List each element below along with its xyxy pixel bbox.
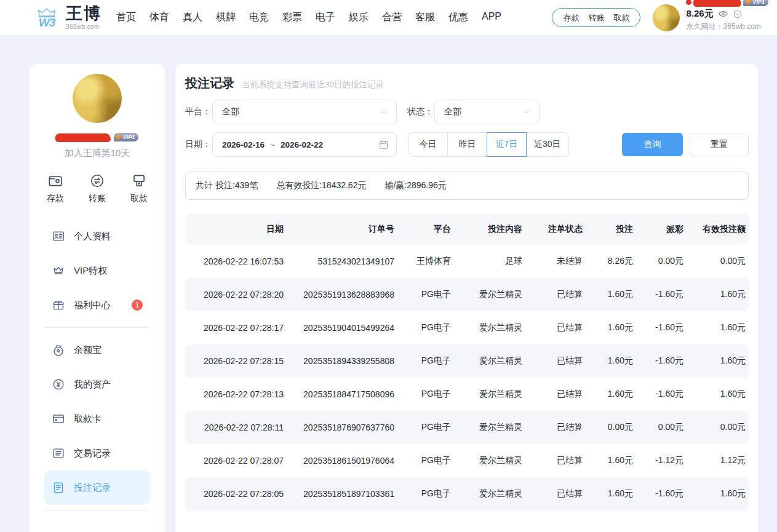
wallet-action-0[interactable]: 存款 xyxy=(563,12,579,23)
assets-icon xyxy=(52,378,65,391)
nav-item-0[interactable]: 首页 xyxy=(116,11,136,24)
cell-status: 未结算 xyxy=(522,256,583,267)
page-subtitle: 当前系统支持查询最近30日的投注记录 xyxy=(242,79,384,90)
sidebar-item-label: 个人资料 xyxy=(74,231,111,242)
sidebar-item-8[interactable]: 投注记录 xyxy=(44,470,150,505)
gem-icon xyxy=(116,134,122,140)
sidebar-item-7[interactable]: 交易记录 xyxy=(44,436,150,470)
quick-actions: 存款转账取款 xyxy=(30,173,165,204)
wallet-pill: 存款转账取款 xyxy=(552,8,640,27)
status-label: 状态： xyxy=(407,106,433,117)
site-logo[interactable]: W3 王博 365wb.com xyxy=(33,6,102,30)
cell-bet-content: 足球 xyxy=(451,256,522,267)
range-button-0[interactable]: 今日 xyxy=(408,132,448,157)
cell-status: 已结算 xyxy=(522,488,583,499)
cell-status: 已结算 xyxy=(522,355,583,367)
eye-icon[interactable] xyxy=(718,9,728,19)
sidebar-item-5[interactable]: 我的资产 xyxy=(44,367,150,402)
cell-platform: PG电子 xyxy=(394,422,451,433)
cell-bet-amount: 1.60元 xyxy=(583,289,633,300)
nav-item-4[interactable]: 电竞 xyxy=(249,11,269,24)
filter-row-2: 日期： 2026-02-16 ~ 2026-02-22 今日昨日近7日近30日 … xyxy=(185,132,749,157)
cell-status: 已结算 xyxy=(522,289,583,300)
summary-part-0: 共计 投注:439笔 xyxy=(196,180,258,191)
date-label: 日期： xyxy=(185,139,211,150)
table-body: 2026-02-22 16:07:535315243021349107王博体育足… xyxy=(185,245,749,510)
reset-button[interactable]: 重置 xyxy=(690,133,749,156)
cell-order-id: 2025351851897103361 xyxy=(284,489,394,499)
refresh-balance-icon[interactable] xyxy=(733,9,743,19)
nav-item-6[interactable]: 电子 xyxy=(316,11,335,24)
profile-avatar xyxy=(73,74,122,123)
sidebar-item-2[interactable]: 福利中心1 xyxy=(44,288,150,322)
cell-bet-amount: 8.26元 xyxy=(583,256,633,267)
transfer-icon xyxy=(89,173,105,189)
status-select[interactable]: 全部 xyxy=(434,100,540,124)
column-header-platform: 平台 xyxy=(394,224,451,235)
table-row: 2026-02-22 07:28:112025351876907637760PG… xyxy=(185,411,749,444)
nav-item-1[interactable]: 体育 xyxy=(149,11,169,24)
quick-action-transfer[interactable]: 转账 xyxy=(89,173,106,204)
search-button[interactable]: 查询 xyxy=(622,133,683,156)
logo-text: 王博 365wb.com xyxy=(66,6,102,30)
nav-item-2[interactable]: 真人 xyxy=(183,11,202,24)
column-header-order-id: 订单号 xyxy=(284,224,394,235)
nav-item-11[interactable]: APP xyxy=(482,11,501,24)
coin-pouch-icon xyxy=(52,343,65,357)
sidebar-item-label: 取款卡 xyxy=(74,413,102,425)
gem-icon xyxy=(745,0,751,5)
date-range-input[interactable]: 2026-02-16 ~ 2026-02-22 xyxy=(212,132,397,157)
sidebar-item-label: 福利中心 xyxy=(74,300,111,311)
column-header-valid-bet: 有效投注额 xyxy=(683,224,749,235)
sidebar-item-label: 余额宝 xyxy=(74,344,102,356)
nav-item-9[interactable]: 客服 xyxy=(415,11,435,24)
date-separator: ~ xyxy=(270,140,275,149)
nav-item-5[interactable]: 彩票 xyxy=(282,11,302,24)
table-row: 2026-02-22 07:28:172025351904015499264PG… xyxy=(185,311,749,344)
column-header-bet-content: 投注内容 xyxy=(451,224,522,235)
sidebar-item-label: 投注记录 xyxy=(74,482,111,494)
gift-icon xyxy=(52,298,65,312)
cell-order-id: 5315243021349107 xyxy=(284,256,394,266)
redacted-username xyxy=(56,133,110,141)
range-button-3[interactable]: 近30日 xyxy=(526,132,569,157)
cell-valid-bet: 1.60元 xyxy=(683,289,749,300)
summary-bar: 共计 投注:439笔总有效投注:18432.62元输/赢:2896.96元 xyxy=(185,172,749,200)
cell-valid-bet: 0.00元 xyxy=(683,256,749,267)
sidebar-item-1[interactable]: VIP特权 xyxy=(44,253,150,288)
title-row: 投注记录 当前系统支持查询最近30日的投注记录 xyxy=(185,75,749,92)
cell-bet-content: 爱尔兰精灵 xyxy=(451,289,522,300)
cell-status: 已结算 xyxy=(522,422,583,433)
nav-item-7[interactable]: 娱乐 xyxy=(349,11,369,24)
top-header: W3 王博 365wb.com 首页体育真人棋牌电竞彩票电子娱乐合营客服优惠AP… xyxy=(0,0,777,35)
nav-item-8[interactable]: 合营 xyxy=(382,11,402,24)
sidebar-item-0[interactable]: 个人资料 xyxy=(44,219,150,253)
range-button-2[interactable]: 近7日 xyxy=(487,132,527,157)
header-right: 存款转账取款 VIP1 8.26元 永久网址：365wb.com xyxy=(552,3,768,32)
wallet-action-2[interactable]: 取款 xyxy=(613,12,629,23)
user-avatar[interactable] xyxy=(653,4,680,31)
column-header-date: 日期 xyxy=(185,224,284,235)
quick-action-withdraw[interactable]: 取款 xyxy=(130,173,148,204)
bank-card-icon xyxy=(52,412,65,426)
cell-payout: -1.60元 xyxy=(633,355,683,367)
quick-action-wallet[interactable]: 存款 xyxy=(47,173,64,204)
sidebar-item-6[interactable]: 取款卡 xyxy=(44,402,150,436)
sidebar-item-4[interactable]: 余额宝 xyxy=(44,333,150,367)
cell-order-id: 2025351884717508096 xyxy=(284,389,394,399)
cell-date: 2026-02-22 07:28:05 xyxy=(185,489,284,499)
table-row: 2026-02-22 07:28:152025351894339255808PG… xyxy=(185,344,749,378)
platform-select[interactable]: 全部 xyxy=(212,100,397,124)
cell-date: 2026-02-22 07:28:20 xyxy=(185,290,284,300)
table-row: 2026-02-22 07:28:202025351913628883968PG… xyxy=(185,278,749,311)
menu-divider xyxy=(44,327,150,328)
nav-item-10[interactable]: 优惠 xyxy=(448,11,468,24)
cell-status: 已结算 xyxy=(522,455,583,466)
quick-action-label: 转账 xyxy=(89,193,106,204)
nav-item-3[interactable]: 棋牌 xyxy=(216,11,236,24)
bet-record-icon xyxy=(52,481,65,494)
wallet-action-1[interactable]: 转账 xyxy=(588,12,604,23)
crown-icon xyxy=(52,264,65,277)
range-button-1[interactable]: 昨日 xyxy=(447,132,487,157)
cell-payout: 0.00元 xyxy=(633,422,683,433)
